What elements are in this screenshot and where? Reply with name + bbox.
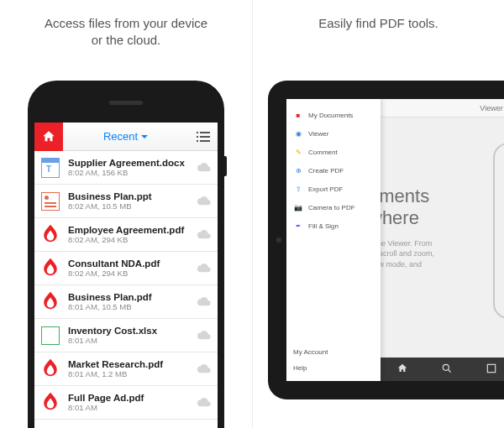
cloud-icon[interactable] [197,227,211,243]
tool-search-icon[interactable] [441,363,453,377]
drawer-item[interactable]: ⇪Export PDF [286,180,381,198]
cloud-icon[interactable] [197,194,211,209]
file-row[interactable]: Employee Agreement.pdf8:02 AM, 294 KB [34,218,218,252]
phone-screen: Recent Supplier Agreement.docx8:02 AM, 1… [34,123,218,428]
camera-icon: 📷 [293,202,303,212]
file-row[interactable]: Market Research.pdf8:01 AM, 1.2 MB [34,352,218,386]
drawer-item[interactable]: 📷Camera to PDF [286,198,381,217]
cloud-icon[interactable] [197,395,211,410]
file-name: Full Page Ad.pdf [68,393,197,403]
content-header: Viewer Undo [381,99,504,117]
cloud-icon[interactable] [197,261,211,276]
caption-left: Access files from your device or the clo… [0,0,252,60]
phone-side-button [224,156,227,176]
file-meta: 8:02 AM, 156 KB [68,168,197,177]
drawer-bottom-item[interactable]: Help [286,360,381,376]
view-mode-button[interactable] [189,132,218,142]
drawer-item[interactable]: ⊕Create PDF [286,161,381,180]
drawer-item-label: Viewer [308,130,328,138]
chevron-down-icon [140,133,149,141]
file-row[interactable]: Inventory Cost.xlsx8:01 AM [34,319,218,352]
file-row[interactable]: Full Page Ad.pdf8:01 AM [34,386,218,420]
sign-icon: ✒ [293,221,303,231]
pdf-file-icon [39,358,61,380]
folder-icon: ■ [293,110,303,120]
file-name: Supplier Agreement.docx [68,158,197,168]
svg-rect-1 [487,364,495,372]
file-meta: 8:01 AM [68,336,197,345]
file-meta: 8:02 AM, 294 KB [68,235,197,244]
file-meta: 8:02 AM, 10.5 MB [68,201,197,211]
caption-right: Easily find PDF tools. [253,0,504,42]
drawer-item-label: Comment [308,149,338,156]
drawer-bottom-item[interactable]: My Account [286,344,381,360]
file-row[interactable]: Business Plan.ppt8:02 AM, 10.5 MB [34,185,218,218]
cloud-icon[interactable] [197,362,211,377]
file-meta: 8:02 AM, 294 KB [68,269,197,278]
file-name: Business Plan.ppt [68,191,197,201]
tablet-frame: ■My Documents◉Viewer✎Comment⊕Create PDF⇪… [268,81,504,399]
file-meta: 8:01 AM, 10.5 MB [68,302,197,311]
file-meta: 8:01 AM [68,403,197,412]
drawer: ■My Documents◉Viewer✎Comment⊕Create PDF⇪… [286,99,381,381]
eye-icon: ◉ [293,128,303,138]
home-button[interactable] [34,123,63,151]
phone-speaker [109,101,143,105]
drawer-item-label: Fill & Sign [308,222,339,230]
file-name: Market Research.pdf [68,359,197,369]
create-icon: ⊕ [293,165,303,175]
list-icon [197,132,210,142]
svg-point-0 [444,364,449,370]
cloud-icon[interactable] [197,160,211,175]
pdf-file-icon [39,224,61,246]
file-name: Business Plan.pdf [68,292,197,302]
bottom-toolbar [381,358,504,381]
file-list: Supplier Agreement.docx8:02 AM, 156 KBBu… [34,151,218,428]
toolbar-title: Recent [103,130,138,143]
drawer-item-label: My Documents [308,112,353,119]
drawer-item[interactable]: ◉Viewer [286,124,381,143]
file-row[interactable]: Business Plan.pdf8:01 AM, 10.5 MB [34,285,218,319]
phone-frame: Recent Supplier Agreement.docx8:02 AM, 1… [28,81,224,428]
tablet-camera [276,237,281,243]
pdf-file-icon [39,392,61,414]
cloud-icon[interactable] [197,328,211,343]
phone-illustration [493,143,504,319]
file-row[interactable]: Consultant NDA.pdf8:02 AM, 294 KB [34,252,218,285]
file-name: Employee Agreement.pdf [68,225,197,235]
drawer-item[interactable]: ✎Comment [286,143,381,161]
drawer-item[interactable]: ✒Fill & Sign [286,217,381,235]
jpg-file-icon [39,425,61,429]
ppt-file-icon [39,191,61,212]
content-area: Viewer Undo d uments where n the Viewer.… [381,99,504,381]
tablet-screen: ■My Documents◉Viewer✎Comment⊕Create PDF⇪… [286,99,504,381]
promo-text: d uments where n the Viewer. From en scr… [381,164,504,280]
toolbar: Recent [34,123,218,151]
docx-file-icon [39,157,61,179]
file-name: Consultant NDA.pdf [68,258,197,269]
file-row[interactable]: Magazine Article.jpg [34,420,218,428]
file-meta: 8:01 AM, 1.2 MB [68,369,197,378]
drawer-item[interactable]: ■My Documents [286,106,381,124]
home-icon [41,129,56,144]
recent-dropdown[interactable]: Recent [63,130,189,143]
cloud-icon[interactable] [197,295,211,310]
drawer-item-label: My Account [293,348,328,356]
drawer-item-label: Camera to PDF [308,204,355,211]
drawer-item-label: Export PDF [308,185,343,193]
pdf-file-icon [39,291,61,313]
comment-icon: ✎ [293,147,303,157]
tool-home-icon[interactable] [396,363,408,377]
drawer-item-label: Help [293,364,307,372]
tool-view-icon[interactable] [486,363,497,377]
file-row[interactable]: Supplier Agreement.docx8:02 AM, 156 KB [34,151,218,185]
content-title: Viewer [480,104,502,112]
export-icon: ⇪ [293,184,303,194]
xlsx-file-icon [39,325,61,347]
drawer-item-label: Create PDF [308,167,344,175]
pdf-file-icon [39,258,61,279]
file-name: Inventory Cost.xlsx [68,326,197,336]
